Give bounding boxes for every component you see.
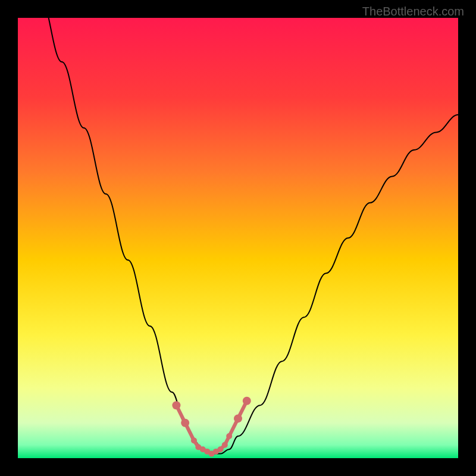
chart-container xyxy=(18,18,458,458)
svg-point-13 xyxy=(243,397,251,405)
curve-overlay xyxy=(18,18,458,458)
svg-point-2 xyxy=(181,419,189,427)
svg-point-11 xyxy=(226,433,232,439)
svg-point-10 xyxy=(222,442,228,448)
svg-point-12 xyxy=(234,414,242,422)
watermark-text: TheBottleneck.com xyxy=(362,5,464,18)
bottleneck-curve-path xyxy=(18,18,458,454)
svg-point-9 xyxy=(217,446,223,452)
optimal-zone-markers xyxy=(172,397,250,457)
svg-point-3 xyxy=(191,437,197,443)
svg-point-1 xyxy=(172,401,180,409)
